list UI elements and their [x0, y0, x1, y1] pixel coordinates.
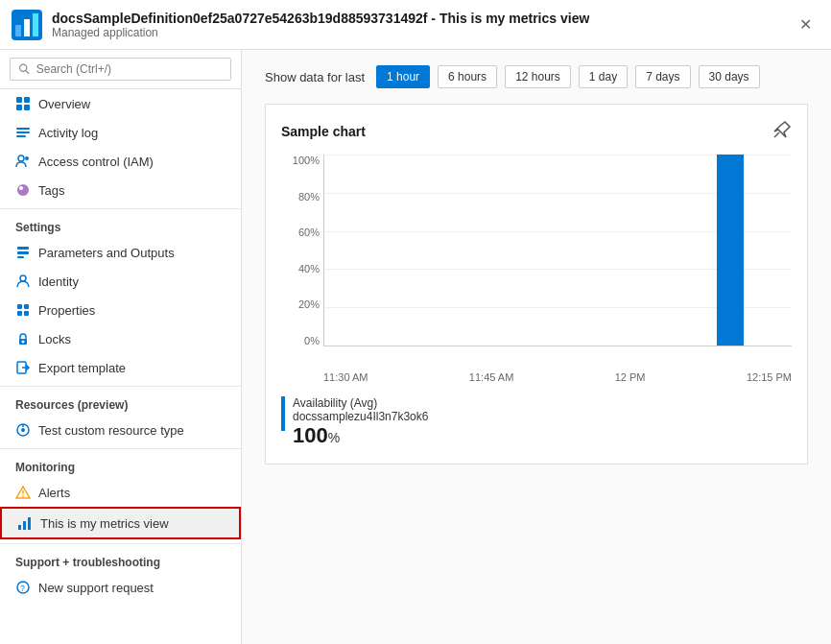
sidebar-item-iam[interactable]: Access control (IAM) [0, 147, 241, 176]
svg-point-20 [20, 275, 26, 281]
search-input[interactable] [36, 62, 223, 76]
properties-icon [15, 302, 31, 318]
svg-rect-9 [24, 105, 30, 110]
y-axis-label-20: 20% [281, 298, 320, 310]
sidebar-item-activity-log[interactable]: Activity log [0, 118, 241, 147]
svg-point-29 [21, 428, 25, 432]
sidebar-search-container [0, 50, 241, 89]
svg-rect-22 [24, 304, 29, 309]
identity-icon [15, 274, 31, 289]
svg-rect-7 [24, 97, 30, 103]
y-axis-label-80: 80% [281, 191, 320, 203]
svg-point-33 [22, 495, 24, 497]
locks-icon [15, 331, 31, 346]
sidebar-item-custom-resource[interactable]: Test custom resource type [0, 416, 241, 444]
sidebar-item-tags-label: Tags [38, 183, 64, 198]
sidebar-item-support[interactable]: ? New support request [0, 573, 241, 602]
sidebar-item-metrics[interactable]: This is my metrics view [0, 507, 241, 539]
time-btn-1hour[interactable]: 1 hour [376, 65, 430, 88]
main-content: Show data for last 1 hour 6 hours 12 hou… [242, 50, 831, 644]
support-section-header: Support + troubleshooting [0, 543, 241, 573]
sidebar-item-parameters[interactable]: Parameters and Outputs [0, 238, 241, 267]
alerts-icon [15, 485, 31, 500]
y-axis-label-60: 60% [281, 227, 320, 238]
svg-rect-3 [33, 13, 38, 36]
sidebar-item-identity[interactable]: Identity [0, 267, 241, 296]
x-axis-label-1215: 12:15 PM [747, 371, 792, 383]
close-button[interactable]: ✕ [792, 12, 819, 37]
svg-line-5 [26, 71, 29, 74]
search-icon [18, 62, 31, 76]
svg-rect-1 [15, 25, 21, 36]
legend-availability-label: Availability (Avg) [293, 396, 428, 410]
svg-rect-17 [17, 247, 29, 250]
y-axis-label-0: 0% [281, 335, 320, 346]
svg-point-13 [18, 155, 24, 161]
x-axis-label-1145: 11:45 AM [469, 371, 513, 383]
svg-rect-19 [17, 256, 24, 258]
svg-line-39 [774, 132, 779, 137]
svg-rect-24 [24, 311, 29, 316]
title-bar: docsSampleDefinition0ef25a0727e54263b19d… [0, 0, 831, 50]
sidebar-item-export[interactable]: Export template [0, 353, 241, 382]
sidebar-item-custom-resource-label: Test custom resource type [38, 423, 184, 438]
sidebar-item-alerts[interactable]: Alerts [0, 478, 241, 507]
sidebar-item-overview-label: Overview [38, 97, 90, 111]
svg-point-14 [25, 156, 29, 160]
svg-text:?: ? [20, 584, 25, 593]
sidebar-item-activity-log-label: Activity log [38, 126, 98, 140]
iam-icon [15, 154, 31, 169]
svg-rect-34 [18, 525, 21, 530]
svg-point-16 [19, 186, 23, 190]
svg-rect-8 [16, 105, 22, 110]
sidebar-item-properties-label: Properties [38, 303, 95, 318]
sidebar-item-tags[interactable]: Tags [0, 176, 241, 204]
time-btn-1day[interactable]: 1 day [579, 65, 628, 88]
svg-rect-21 [17, 304, 22, 309]
legend-color-bar [281, 396, 285, 431]
sidebar-item-alerts-label: Alerts [38, 486, 70, 500]
x-axis-label-1130: 11:30 AM [323, 371, 368, 383]
svg-rect-12 [16, 135, 26, 137]
svg-rect-6 [16, 97, 22, 103]
svg-point-4 [20, 64, 27, 71]
svg-point-26 [22, 341, 25, 344]
svg-rect-11 [16, 131, 30, 133]
sidebar-item-metrics-label: This is my metrics view [40, 516, 169, 531]
sidebar: Overview Activity log Access control (IA… [0, 50, 242, 644]
sidebar-item-support-label: New support request [38, 581, 154, 595]
chart-section: Sample chart 100% 80% 60% 40% [265, 104, 808, 465]
sidebar-item-overview[interactable]: Overview [0, 89, 241, 118]
pin-icon[interactable] [772, 120, 792, 143]
page-title: docsSampleDefinition0ef25a0727e54263b19d… [52, 11, 589, 26]
svg-rect-10 [16, 128, 30, 130]
support-icon: ? [15, 580, 31, 595]
sidebar-item-properties[interactable]: Properties [0, 296, 241, 324]
legend-unit: % [328, 430, 340, 445]
sidebar-item-parameters-label: Parameters and Outputs [38, 246, 175, 260]
svg-point-15 [17, 184, 29, 196]
parameters-icon [15, 245, 31, 260]
svg-rect-23 [17, 311, 22, 316]
legend-resource-name: docssamplezu4Il3n7k3ok6 [293, 410, 428, 423]
svg-rect-35 [23, 521, 26, 530]
monitoring-section-header: Monitoring [0, 448, 241, 478]
export-icon [15, 360, 31, 375]
time-btn-12hours[interactable]: 12 hours [505, 65, 571, 88]
time-btn-6hours[interactable]: 6 hours [438, 65, 497, 88]
chart-legend: Availability (Avg) docssamplezu4Il3n7k3o… [281, 396, 792, 448]
y-axis-label-40: 40% [281, 263, 320, 274]
x-axis: 11:30 AM 11:45 AM 12 PM 12:15 PM [323, 368, 792, 383]
svg-rect-2 [24, 19, 30, 36]
sidebar-nav: Overview Activity log Access control (IA… [0, 89, 241, 644]
custom-resource-icon [15, 422, 31, 438]
metrics-icon [17, 515, 33, 531]
app-icon [12, 10, 42, 40]
overview-icon [15, 96, 31, 111]
chart-area: 100% 80% 60% 40% 20% 0% [281, 155, 792, 385]
sidebar-item-locks[interactable]: Locks [0, 324, 241, 353]
resources-section-header: Resources (preview) [0, 386, 241, 416]
time-btn-7days[interactable]: 7 days [635, 65, 690, 88]
time-btn-30days[interactable]: 30 days [699, 65, 760, 88]
x-axis-label-12: 12 PM [615, 371, 646, 383]
